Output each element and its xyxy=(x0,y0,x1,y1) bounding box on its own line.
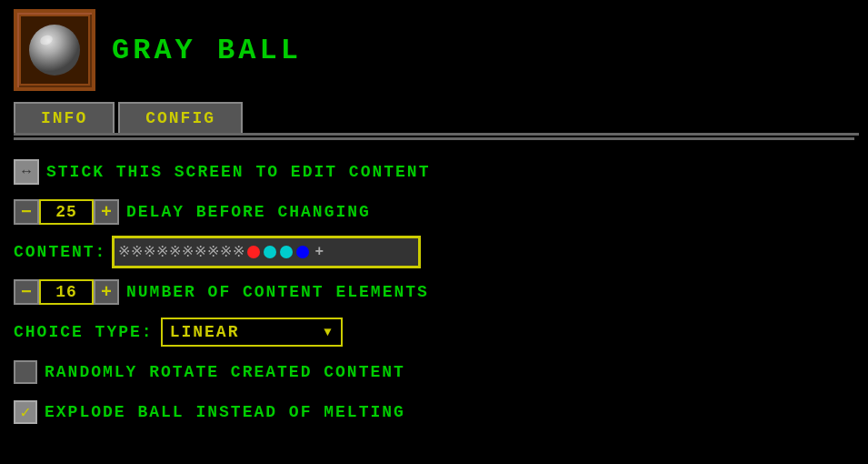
dot-cyan-2 xyxy=(280,246,293,258)
delay-minus-button[interactable]: − xyxy=(14,199,39,225)
dot-red xyxy=(247,246,260,258)
randomly-label: RANDOMLY ROTATE CREATED CONTENT xyxy=(45,363,405,381)
delay-value: 25 xyxy=(55,203,77,221)
tab-separator xyxy=(14,137,854,140)
explode-checkbox[interactable]: ✓ xyxy=(14,400,37,424)
randomly-row: RANDOMLY ROTATE CREATED CONTENT xyxy=(14,355,854,389)
delay-value-box: 25 xyxy=(39,199,94,225)
stick-label: STICK THIS SCREEN TO EDIT CONTENT xyxy=(46,163,430,181)
stick-row: ↔ STICK THIS SCREEN TO EDIT CONTENT xyxy=(14,155,854,189)
number-value-box: 16 xyxy=(39,279,94,305)
content-label: CONTENT: xyxy=(14,243,106,261)
dropdown-arrow-icon: ▼ xyxy=(324,325,333,339)
number-row: − 16 + NUMBER OF CONTENT ELEMENTS xyxy=(14,275,854,309)
choice-label: CHOICE TYPE: xyxy=(14,323,154,341)
dot-cyan xyxy=(264,246,276,258)
choice-value: LINEAR xyxy=(170,323,240,341)
tab-bar: INFO CONFIG xyxy=(14,102,859,136)
delay-label: DELAY BEFORE CHANGING xyxy=(126,203,371,221)
content-plus-icon[interactable]: + xyxy=(314,244,324,260)
svg-point-0 xyxy=(29,25,80,76)
minus-icon: − xyxy=(21,202,32,223)
delay-row: − 25 + DELAY BEFORE CHANGING xyxy=(14,195,854,229)
number-plus-button[interactable]: + xyxy=(94,279,119,305)
number-minus-icon: − xyxy=(21,282,32,303)
ball-icon-frame xyxy=(14,9,95,91)
plus-icon: + xyxy=(101,202,112,223)
choice-dropdown[interactable]: LINEAR ▼ xyxy=(161,318,343,347)
delay-plus-button[interactable]: + xyxy=(94,199,119,225)
pattern-text: ※※※※※※※※※※ xyxy=(118,243,245,261)
number-plus-icon: + xyxy=(101,282,112,303)
explode-row: ✓ EXPLODE BALL INSTEAD OF MELTING xyxy=(14,395,854,429)
choice-row: CHOICE TYPE: LINEAR ▼ xyxy=(14,315,854,349)
app-container: GRAY BALL INFO CONFIG ↔ STICK THIS SCREE… xyxy=(0,0,868,464)
content-row: CONTENT: ※※※※※※※※※※ + xyxy=(14,235,854,269)
header: GRAY BALL xyxy=(14,9,859,91)
tab-info[interactable]: INFO xyxy=(14,102,115,133)
number-value: 16 xyxy=(55,283,77,301)
tab-config[interactable]: CONFIG xyxy=(118,102,243,133)
dot-blue xyxy=(296,246,309,258)
number-minus-button[interactable]: − xyxy=(14,279,39,305)
content-selector[interactable]: ※※※※※※※※※※ + xyxy=(112,236,421,268)
main-content: ↔ STICK THIS SCREEN TO EDIT CONTENT − 25… xyxy=(9,147,859,442)
stick-button[interactable]: ↔ xyxy=(14,159,39,185)
checkmark-icon: ✓ xyxy=(21,402,31,422)
app-title: GRAY BALL xyxy=(112,34,302,67)
explode-label: EXPLODE BALL INSTEAD OF MELTING xyxy=(45,403,405,421)
stick-icon: ↔ xyxy=(22,164,31,180)
randomly-checkbox[interactable] xyxy=(14,360,37,384)
ball-icon xyxy=(26,22,83,78)
number-label: NUMBER OF CONTENT ELEMENTS xyxy=(126,283,429,301)
